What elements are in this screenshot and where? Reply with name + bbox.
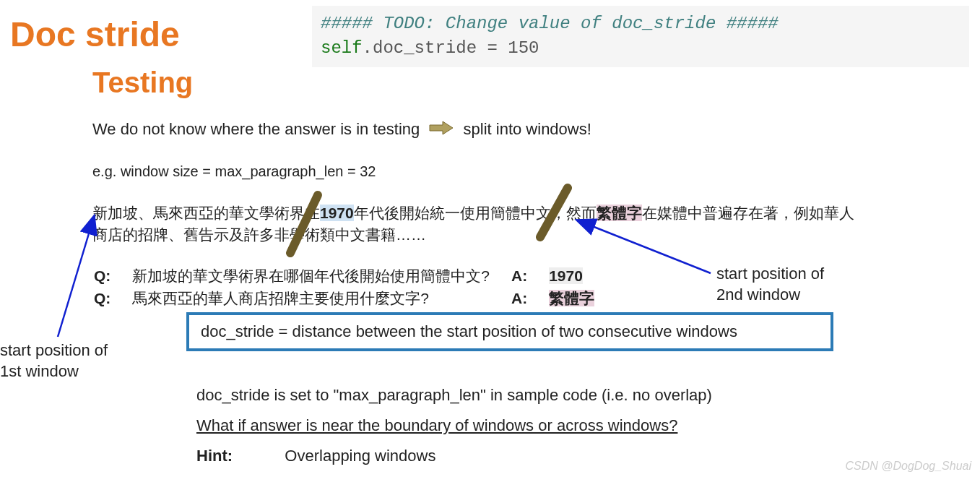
code-rest: .doc_stride = [363, 38, 508, 58]
arrow-left-icon [58, 217, 94, 337]
qa-row-2: Q: 馬來西亞的華人商店招牌主要使用什麼文字? A: 繁體字 [94, 288, 615, 309]
watermark: CSDN @DogDog_Shuai [845, 460, 971, 473]
code-value: 150 [508, 38, 539, 58]
q-label-2: Q: [94, 288, 131, 309]
hint-label: Hint: [196, 447, 233, 465]
para-pre1: 新加坡、馬來西亞的華文學術界在 [92, 205, 320, 221]
note-1: doc_stride is set to "max_paragraph_len"… [196, 386, 712, 405]
intro-post: split into windows! [464, 120, 591, 138]
qa-table: Q: 新加坡的華文學術界在哪個年代後開始使用簡體中文? A: 1970 Q: 馬… [92, 264, 616, 311]
code-comment: ##### TODO: Change value of doc_stride #… [321, 14, 779, 33]
a-label-2: A: [511, 288, 547, 309]
intro-pre: We do not know where the answer is in te… [92, 120, 420, 138]
hint-text: Overlapping windows [285, 447, 435, 465]
definition-box: doc_stride = distance between the start … [186, 312, 833, 351]
note-2: What if answer is near the boundary of w… [196, 416, 677, 435]
para-highlight-year: 1970 [320, 205, 354, 221]
code-snippet: ##### TODO: Change value of doc_stride #… [312, 6, 969, 67]
a-text-2: 繁體字 [549, 290, 594, 306]
intro-line: We do not know where the answer is in te… [92, 120, 591, 140]
hint-line: Hint: Overlapping windows [196, 447, 435, 465]
q-text-1: 新加坡的華文學術界在哪個年代後開始使用簡體中文? [132, 265, 510, 286]
title-sub: Testing [92, 66, 193, 99]
a-label-1: A: [511, 265, 547, 286]
label-start-2nd-window: start position of 2nd window [716, 264, 824, 305]
code-self: self [321, 38, 363, 58]
paragraph-chinese: 新加坡、馬來西亞的華文學術界在1970年代後開始統一使用簡體中文，然而繁體字在媒… [92, 202, 858, 246]
para-mid1: 年代後開始統一使用簡體中文，然而 [354, 205, 597, 221]
qa-row-1: Q: 新加坡的華文學術界在哪個年代後開始使用簡體中文? A: 1970 [94, 265, 615, 286]
example-line: e.g. window size = max_paragraph_len = 3… [92, 163, 376, 180]
title-main: Doc stride [10, 14, 180, 54]
para-highlight-word: 繁體字 [597, 205, 642, 221]
q-text-2: 馬來西亞的華人商店招牌主要使用什麼文字? [132, 288, 510, 309]
q-label-1: Q: [94, 265, 131, 286]
label-start-1st-window: start position of 1st window [0, 340, 108, 382]
arrow-right-icon [428, 120, 454, 140]
a-text-1: 1970 [549, 267, 583, 284]
